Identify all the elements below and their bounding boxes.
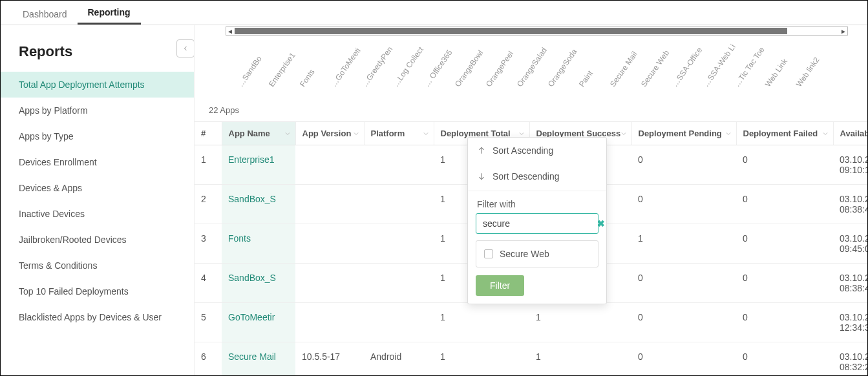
- chart-category-label: OrangeBowl: [453, 48, 485, 89]
- table-cell: 03.10.201 08:38:40: [833, 185, 867, 224]
- table-cell: SandBox_S: [222, 264, 295, 303]
- sidebar-item-0[interactable]: Total App Deployment Attempts: [1, 72, 194, 98]
- filter-option-secure-web[interactable]: Secure Web: [476, 240, 598, 267]
- table-cell: 10.5.5-17: [295, 342, 364, 376]
- table-cell: [364, 224, 434, 264]
- chevron-down-icon: [725, 130, 732, 138]
- chart-category-label: Tic Tac Toe…: [732, 45, 767, 89]
- col-header-deploy-failed[interactable]: Deployment Failed: [736, 122, 833, 145]
- filter-input[interactable]: [482, 218, 597, 229]
- table-cell: 0: [736, 224, 833, 264]
- chevron-down-icon: [422, 130, 430, 138]
- sidebar-item-5[interactable]: Inactive Devices: [1, 201, 194, 227]
- filter-input-wrap: ✖: [476, 213, 598, 234]
- scroll-right-button[interactable]: ►: [840, 27, 847, 35]
- arrow-down-icon: [477, 172, 486, 181]
- sort-descending-option[interactable]: Sort Descending: [468, 163, 606, 189]
- chart-category-label: Enterprise1: [267, 51, 297, 89]
- col-header-available[interactable]: Available: [833, 122, 867, 145]
- col-header-num[interactable]: #: [195, 122, 222, 145]
- table-cell: 0: [631, 342, 736, 376]
- chart-strip: ◄ ► SandBo…Enterprise1FontsGoToMeeti…Gre…: [195, 25, 867, 103]
- table-cell: 03.10.201 12:34:35: [833, 303, 867, 342]
- col-header-platform[interactable]: Platform: [364, 122, 434, 145]
- sidebar-item-8[interactable]: Top 10 Failed Deployments: [1, 278, 194, 304]
- table-cell: Fonts: [222, 224, 295, 264]
- sidebar: Reports Total App Deployment AttemptsApp…: [1, 25, 195, 375]
- table-cell: 3: [195, 224, 222, 264]
- table-row[interactable]: 5GoToMeetir110003.10.201 12:34:35: [195, 303, 867, 342]
- scroll-left-button[interactable]: ◄: [226, 27, 234, 35]
- table-cell: 03.10.201 08:32:28: [833, 342, 867, 376]
- table-cell: [295, 224, 364, 264]
- table-cell: 4: [195, 264, 222, 303]
- sidebar-item-7[interactable]: Terms & Conditions: [1, 253, 194, 278]
- sidebar-collapse-button[interactable]: [176, 39, 195, 57]
- table-cell: 1: [529, 342, 631, 376]
- chevron-down-icon: [518, 130, 525, 138]
- chart-category-label: OrangeSalad: [515, 46, 549, 89]
- chart-category-label: Secure Mail: [608, 50, 639, 89]
- tab-reporting[interactable]: Reporting: [78, 1, 141, 25]
- sort-ascending-option[interactable]: Sort Ascending: [468, 138, 606, 163]
- chart-category-label: OrangePeel: [484, 50, 515, 89]
- table-cell: 0: [736, 342, 833, 376]
- chart-category-label: SandBo…: [236, 54, 264, 89]
- table-cell: 03.10.201 09:45:07: [833, 224, 867, 264]
- chart-category-label: Fonts: [298, 67, 317, 89]
- sidebar-item-6[interactable]: Jailbroken/Rooted Devices: [1, 227, 194, 253]
- table-cell: 03.10.201 09:10:10: [833, 145, 867, 185]
- clear-filter-icon[interactable]: ✖: [597, 218, 605, 229]
- table-cell: Android: [364, 342, 434, 376]
- table-cell: 1: [195, 145, 222, 185]
- table-cell: [295, 303, 364, 342]
- table-cell: 1: [434, 303, 529, 342]
- chart-scrollbar[interactable]: ◄ ►: [226, 26, 848, 36]
- sidebar-item-1[interactable]: Apps by Platform: [1, 98, 194, 123]
- filter-with-label: Filter with: [468, 193, 606, 213]
- table-cell: 0: [631, 185, 736, 224]
- chart-category-label: OrangeSoda: [546, 47, 579, 89]
- table-cell: 03.10.201 08:38:40: [833, 264, 867, 303]
- chart-category-label: Log Collect…: [391, 45, 425, 89]
- table-cell: Secure Mail: [222, 342, 295, 376]
- table-cell: 6: [195, 342, 222, 376]
- col-header-deploy-pending[interactable]: Deployment Pending: [631, 122, 736, 145]
- sidebar-item-9[interactable]: Blacklisted Apps by Devices & User: [1, 304, 194, 330]
- chart-category-label: SSA-Office…: [670, 46, 704, 89]
- table-cell: [295, 264, 364, 303]
- table-cell: [364, 185, 434, 224]
- table-cell: [364, 303, 434, 342]
- table-cell: SandBox_S: [222, 185, 295, 224]
- app-count-label: 22 Apps: [195, 103, 867, 121]
- table-cell: 0: [736, 264, 833, 303]
- top-tabs: Dashboard Reporting: [1, 1, 867, 25]
- table-cell: 0: [631, 145, 736, 185]
- sidebar-item-3[interactable]: Devices Enrollment: [1, 149, 194, 175]
- chart-category-label: Secure Web: [639, 48, 671, 89]
- filter-button[interactable]: Filter: [476, 275, 524, 296]
- table-cell: [295, 145, 364, 185]
- tab-dashboard[interactable]: Dashboard: [12, 3, 78, 25]
- table-cell: 1: [529, 303, 631, 342]
- table-cell: [364, 145, 434, 185]
- chevron-down-icon: [620, 130, 628, 138]
- table-row[interactable]: 6Secure Mail10.5.5-17Android110003.10.20…: [195, 342, 867, 376]
- table-cell: 0: [631, 303, 736, 342]
- table-cell: 5: [195, 303, 222, 342]
- col-header-version[interactable]: App Version: [295, 122, 364, 145]
- col-header-name[interactable]: App Name: [222, 122, 295, 145]
- chart-category-label: GoToMeeti…: [329, 47, 363, 89]
- chart-axis-labels: SandBo…Enterprise1FontsGoToMeeti…GreedyP…: [226, 38, 848, 96]
- table-cell: Enterprise1: [222, 145, 295, 185]
- table-cell: 0: [736, 185, 833, 224]
- table-cell: [295, 185, 364, 224]
- sidebar-item-4[interactable]: Devices & Apps: [1, 175, 194, 201]
- arrow-up-icon: [477, 146, 486, 155]
- sidebar-item-2[interactable]: Apps by Type: [1, 123, 194, 149]
- table-cell: 0: [736, 145, 833, 185]
- table-cell: [364, 264, 434, 303]
- scroll-track[interactable]: [235, 28, 787, 34]
- checkbox-icon[interactable]: [484, 249, 493, 258]
- chart-category-label: SSA-Web Li…: [701, 43, 737, 89]
